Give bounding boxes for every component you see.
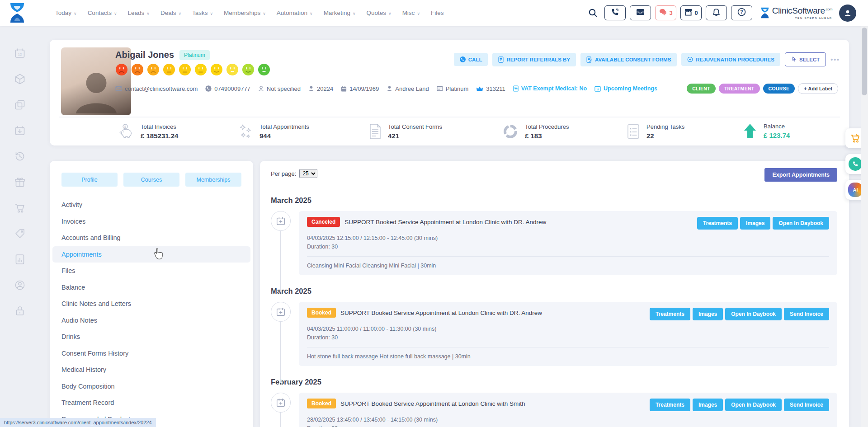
nav-today[interactable]: Today∨ (55, 9, 77, 16)
images-button[interactable]: Images (693, 399, 723, 411)
tab-memberships[interactable]: Memberships (185, 173, 241, 187)
tab-courses[interactable]: Courses (123, 173, 179, 187)
brand-name: ClinicSoftware.com (772, 6, 832, 15)
export-appointments-button[interactable]: Export Appointments (764, 168, 837, 182)
nav-files[interactable]: Files (431, 9, 444, 16)
inbox-button[interactable] (630, 5, 651, 20)
sidebar-item-accounts-and-billing[interactable]: Accounts and Billing (50, 230, 253, 246)
nav-tasks[interactable]: Tasks∨ (192, 9, 213, 16)
satisfaction-face-6-icon[interactable] (194, 63, 207, 76)
history-icon[interactable] (14, 150, 26, 162)
satisfaction-face-8-icon[interactable] (226, 63, 239, 76)
sidebar-item-activity[interactable]: Activity (50, 197, 253, 213)
chevron-down-icon: ∨ (210, 11, 213, 16)
cart-icon[interactable] (14, 202, 26, 214)
sidebar-item-body-composition[interactable]: Body Composition (50, 378, 253, 395)
sidebar-item-drinks[interactable]: Drinks (50, 328, 253, 345)
clinicsoftware-logo-icon[interactable] (8, 2, 26, 25)
available-consent-forms-button[interactable]: AVAILABLE CONSENT FORMS (580, 53, 677, 66)
nav-misc[interactable]: Misc∨ (402, 9, 420, 16)
satisfaction-face-2-icon[interactable] (131, 63, 144, 76)
satisfaction-face-10-icon[interactable] (258, 63, 270, 76)
satisfaction-face-7-icon[interactable] (210, 63, 223, 76)
chevron-down-icon: ∨ (310, 11, 313, 16)
open-in-daybook-button[interactable]: Open In Daybook (725, 308, 782, 320)
satisfaction-face-1-icon[interactable] (115, 63, 128, 76)
search-icon[interactable] (588, 8, 598, 18)
account-clock-icon[interactable] (14, 279, 26, 291)
treatments-button[interactable]: Treatments (650, 399, 690, 411)
calendar-import-icon[interactable] (14, 125, 26, 136)
tab-profile[interactable]: Profile (61, 173, 118, 187)
satisfaction-face-4-icon[interactable] (163, 63, 175, 76)
send-invoice-button[interactable]: Send Invoice (784, 399, 829, 411)
per-page-select[interactable]: 25 (299, 169, 317, 178)
report-chart-icon[interactable] (14, 253, 26, 265)
treatments-button[interactable]: Treatments (697, 217, 738, 230)
clinicsoftware-brand[interactable]: ClinicSoftware.com TEN STEPS AHEAD (760, 6, 832, 19)
sidebar-item-medical-history[interactable]: Medical History (50, 361, 253, 378)
copy-icon[interactable] (14, 99, 26, 111)
label-client[interactable]: CLIENT (687, 84, 716, 94)
sidebar-item-files[interactable]: Files (50, 263, 253, 279)
vat-status-link[interactable]: VAT Exempt Medical: No (513, 85, 587, 92)
nav-marketing[interactable]: Marketing∨ (324, 9, 356, 16)
scrollbar-thumb[interactable] (862, 28, 867, 95)
add-label-button[interactable]: + Add Label (798, 83, 838, 94)
package-icon[interactable] (14, 73, 26, 85)
report-referrals-button[interactable]: REPORT REFERRALS BY (492, 53, 576, 66)
more-actions-button[interactable]: ••• (830, 56, 840, 63)
tag-icon[interactable] (14, 228, 26, 239)
open-in-daybook-button[interactable]: Open In Daybook (725, 399, 782, 411)
sidebar-item-invoices[interactable]: Invoices (50, 213, 253, 230)
nav-automation[interactable]: Automation∨ (277, 9, 313, 16)
satisfaction-face-3-icon[interactable] (147, 63, 160, 76)
send-invoice-button[interactable]: Send Invoice (784, 308, 829, 320)
open-in-daybook-button[interactable]: Open In Daybook (773, 217, 829, 230)
month-heading: March 2025 (271, 287, 837, 296)
images-button[interactable]: Images (693, 308, 723, 320)
client-email[interactable]: contact@clinicsoftware.com (115, 85, 198, 92)
calendar-icon (341, 86, 347, 92)
page-scrollbar[interactable] (861, 26, 868, 427)
notifications-button[interactable] (706, 5, 727, 20)
sidebar-item-appointments[interactable]: Appointments (52, 246, 250, 263)
sidebar-item-treatment-record[interactable]: Treatment Record (50, 394, 253, 411)
upcoming-meetings-link[interactable]: 12 Upcoming Meetings (594, 85, 657, 92)
nav-deals[interactable]: Deals∨ (160, 9, 181, 16)
lock-icon[interactable] (14, 305, 26, 317)
sidebar-item-clinic-notes-and-letters[interactable]: Clinic Notes and Letters (50, 296, 253, 312)
satisfaction-face-9-icon[interactable] (242, 63, 255, 76)
basket-button[interactable]: 0 (680, 5, 702, 20)
select-button[interactable]: SELECT (785, 52, 826, 66)
sidebar-item-consent-forms-history[interactable]: Consent Forms History (50, 345, 253, 362)
appointment-datetime: 04/03/2025 11:00:00 / 11:00:00 - 11:30:0… (307, 326, 829, 332)
images-button[interactable]: Images (740, 217, 770, 230)
client-phone[interactable]: 07490009777 (205, 85, 250, 92)
sidebar-item-audio-notes[interactable]: Audio Notes (50, 312, 253, 329)
satisfaction-face-5-icon[interactable] (179, 63, 191, 76)
help-button[interactable]: ? (731, 5, 752, 20)
user-avatar[interactable] (839, 5, 856, 22)
chat-button[interactable]: 3 (655, 5, 676, 20)
label-treatment[interactable]: TREATMENT (719, 84, 760, 94)
nav-memberships[interactable]: Memberships∨ (224, 9, 266, 16)
person-outline-icon (258, 85, 264, 92)
treatments-button[interactable]: Treatments (650, 308, 690, 320)
donut-chart-icon (502, 123, 519, 140)
dialer-button[interactable] (604, 5, 626, 20)
cart-icon (849, 132, 861, 144)
client-stats-row: $ Total Invoices£ 185231.24 Total Appoin… (59, 117, 840, 145)
sidebar-item-balance[interactable]: Balance (50, 279, 253, 296)
nav-quotes[interactable]: Quotes∨ (367, 9, 392, 16)
rejuvenation-procedures-button[interactable]: REJUVENATION PROCEDURES (681, 53, 780, 66)
nav-leads[interactable]: Leads∨ (128, 9, 150, 16)
gift-icon[interactable] (14, 176, 26, 188)
calendar-date-icon[interactable]: 12 (14, 47, 26, 59)
crown-icon (476, 86, 483, 92)
bell-icon (712, 8, 720, 18)
nav-contacts[interactable]: Contacts∨ (88, 9, 117, 16)
call-button[interactable]: CALL (454, 53, 488, 66)
label-course[interactable]: COURSE (763, 84, 795, 94)
chat-count-badge: 3 (670, 9, 673, 16)
